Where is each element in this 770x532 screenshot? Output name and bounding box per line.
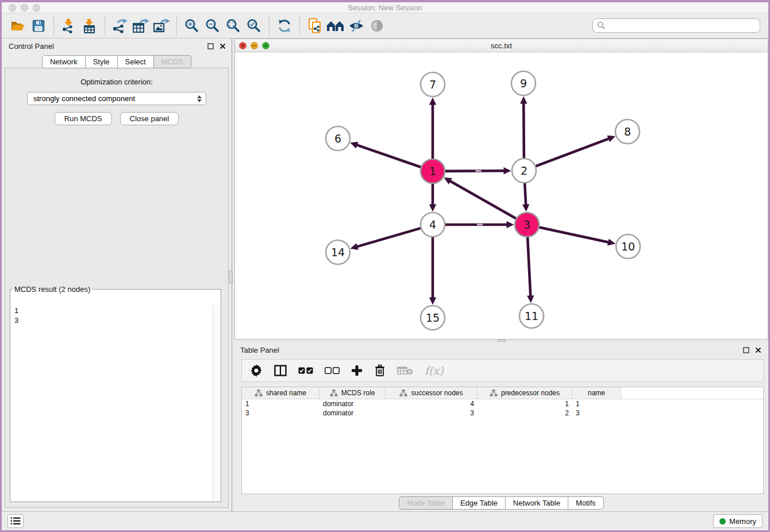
float-panel-icon[interactable] bbox=[207, 43, 214, 49]
zoom-in-icon[interactable] bbox=[182, 16, 202, 36]
tab-select[interactable]: Select bbox=[118, 55, 154, 68]
tab-network[interactable]: Network bbox=[42, 55, 86, 68]
tab-node-table[interactable]: Node Table bbox=[399, 496, 453, 510]
network-minimize-icon[interactable] bbox=[251, 42, 258, 49]
column-header-mcds-role[interactable]: MCDS role bbox=[319, 387, 386, 399]
table-toolbar: f(x) bbox=[241, 359, 764, 382]
graph-edge-3-1[interactable] bbox=[449, 181, 517, 219]
network-window-titlebar[interactable]: scc.txt bbox=[235, 39, 768, 52]
close-window-button[interactable] bbox=[9, 4, 16, 11]
memory-button[interactable]: Memory bbox=[713, 514, 763, 528]
graph-edge-2-3[interactable] bbox=[525, 182, 526, 206]
import-table-icon[interactable] bbox=[79, 16, 100, 36]
graph-edge-2-8[interactable] bbox=[535, 138, 610, 167]
criterion-dropdown[interactable]: strongly connected component bbox=[27, 92, 206, 105]
graph-edge-2-9[interactable] bbox=[523, 102, 524, 159]
cell-shared-name[interactable]: 1 bbox=[242, 399, 319, 408]
panel-splitter-handle[interactable] bbox=[228, 271, 233, 283]
graph-edge-1-2[interactable] bbox=[444, 171, 505, 171]
minimize-window-button[interactable] bbox=[21, 4, 28, 11]
run-mcds-button[interactable]: Run MCDS bbox=[55, 112, 112, 125]
tab-mcds[interactable]: MCDS bbox=[154, 55, 191, 68]
column-header-name[interactable]: name bbox=[572, 387, 621, 399]
cell-successor-nodes[interactable]: 3 bbox=[386, 408, 478, 418]
import-network-icon[interactable] bbox=[59, 16, 79, 36]
network-close-icon[interactable] bbox=[239, 42, 247, 49]
homes-glyph bbox=[326, 19, 345, 33]
open-file-icon[interactable] bbox=[7, 16, 28, 36]
cell-shared-name[interactable]: 3 bbox=[242, 408, 319, 418]
column-layout-icon[interactable] bbox=[274, 365, 287, 376]
cell-name[interactable]: 3 bbox=[572, 408, 621, 418]
tab-style[interactable]: Style bbox=[86, 55, 118, 68]
import-network-glyph bbox=[61, 18, 76, 33]
refresh-icon[interactable] bbox=[274, 16, 295, 36]
graph-node-label: 2 bbox=[521, 164, 528, 177]
clone-network-icon[interactable] bbox=[305, 16, 325, 36]
list-icon bbox=[10, 517, 21, 525]
columns-glyph bbox=[274, 365, 287, 376]
export-image-glyph bbox=[153, 18, 170, 33]
zoom-selected-icon[interactable] bbox=[244, 16, 264, 36]
cell-predecessor-nodes[interactable]: 2 bbox=[478, 408, 572, 418]
export-image-icon[interactable] bbox=[151, 16, 172, 36]
close-table-panel-icon[interactable] bbox=[755, 347, 761, 353]
toggle-detail-icon[interactable] bbox=[367, 16, 387, 36]
floppy-glyph bbox=[32, 20, 45, 32]
maximize-window-button[interactable] bbox=[33, 4, 40, 11]
table-row[interactable]: 1 dominator 4 1 1 bbox=[242, 399, 763, 408]
node-table-header: shared name MCDS role successor nodes bbox=[242, 387, 763, 399]
task-history-button[interactable] bbox=[7, 514, 24, 528]
clone-network-glyph bbox=[307, 18, 323, 34]
column-header-successor-nodes[interactable]: successor nodes bbox=[386, 387, 478, 399]
graph-node-label: 3 bbox=[523, 218, 530, 231]
cell-name[interactable]: 1 bbox=[572, 399, 621, 408]
network-canvas[interactable]: 7968124314101511 bbox=[235, 52, 768, 339]
status-bar: Memory bbox=[2, 511, 768, 530]
table-panel-tabs: Node Table Edge Table Network Table Moti… bbox=[234, 494, 768, 511]
graph-edge-1-6[interactable] bbox=[356, 145, 422, 168]
export-table-glyph bbox=[132, 18, 149, 33]
cell-predecessor-nodes[interactable]: 1 bbox=[478, 399, 572, 408]
table-panel-title: Table Panel bbox=[240, 346, 279, 354]
close-panel-button[interactable]: Close panel bbox=[120, 112, 179, 125]
cell-mcds-role[interactable]: dominator bbox=[319, 408, 386, 418]
result-scrollbar[interactable] bbox=[213, 305, 220, 501]
graph-edge-arrowhead bbox=[350, 142, 358, 149]
gear-icon[interactable] bbox=[250, 364, 263, 377]
mcds-tab-content: Optimization criterion: strongly connect… bbox=[5, 68, 229, 508]
save-session-icon[interactable] bbox=[28, 16, 49, 36]
tab-motifs[interactable]: Motifs bbox=[568, 496, 604, 510]
close-panel-icon[interactable] bbox=[220, 43, 226, 49]
float-table-panel-icon[interactable] bbox=[743, 347, 749, 353]
export-network-icon[interactable] bbox=[110, 16, 130, 36]
cell-successor-nodes[interactable]: 4 bbox=[386, 399, 478, 408]
zoom-fit-icon[interactable] bbox=[223, 16, 244, 36]
hide-selected-icon[interactable] bbox=[346, 16, 367, 36]
column-header-predecessor-nodes[interactable]: predecessor nodes bbox=[478, 387, 572, 399]
graph-node-label: 14 bbox=[331, 246, 345, 259]
deselect-all-icon[interactable] bbox=[325, 367, 340, 374]
table-row[interactable]: 3 dominator 3 2 3 bbox=[242, 408, 763, 418]
network-maximize-icon[interactable] bbox=[262, 42, 270, 49]
show-all-networks-icon[interactable] bbox=[325, 16, 346, 36]
select-all-icon[interactable] bbox=[298, 367, 313, 374]
graph-edge-4-14[interactable] bbox=[356, 228, 422, 247]
cell-mcds-role[interactable]: dominator bbox=[319, 399, 386, 408]
tab-edge-table[interactable]: Edge Table bbox=[453, 496, 506, 510]
delete-icon[interactable] bbox=[374, 364, 386, 377]
graph-node-label: 6 bbox=[334, 132, 341, 145]
zoom-out-icon[interactable] bbox=[202, 16, 223, 36]
column-header-shared-name[interactable]: shared name bbox=[242, 387, 319, 399]
add-icon[interactable] bbox=[351, 365, 363, 376]
graph-edge-arrowhead bbox=[351, 243, 359, 250]
graph-node-label: 15 bbox=[426, 311, 440, 324]
tab-network-table[interactable]: Network Table bbox=[506, 496, 568, 510]
search-input[interactable] bbox=[592, 18, 760, 33]
export-table-icon[interactable] bbox=[130, 16, 151, 36]
column-type-icon bbox=[399, 389, 407, 397]
graph-edge-3-11[interactable] bbox=[528, 236, 530, 297]
graph-node-label: 1 bbox=[429, 165, 436, 178]
graph-edge-3-10[interactable] bbox=[538, 227, 610, 242]
network-view-window: scc.txt 7968124314101511 bbox=[234, 38, 768, 340]
